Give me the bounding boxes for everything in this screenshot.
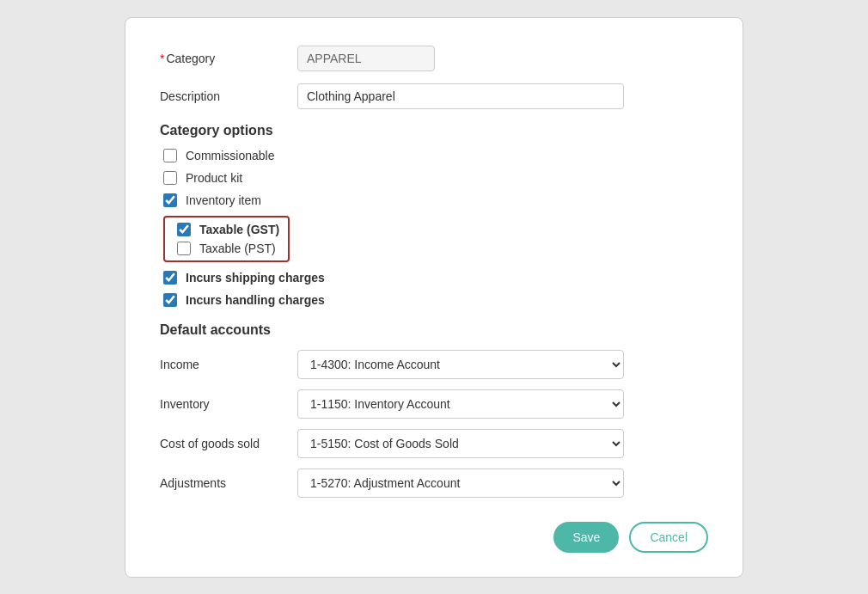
cogs-select[interactable]: 1-5150: Cost of Goods Sold 1-5100: Direc… [297, 429, 624, 458]
taxable-gst-row: Taxable (GST) [177, 223, 279, 236]
adjustments-account-row: Adjustments 1-5270: Adjustment Account 1… [160, 468, 708, 498]
category-label: *Category [160, 52, 297, 65]
inventory-label: Inventory [160, 397, 297, 411]
form-card: *Category Description Category options C… [125, 17, 743, 578]
inventory-item-checkbox[interactable] [163, 193, 177, 207]
taxable-pst-label[interactable]: Taxable (PST) [199, 242, 276, 255]
required-star: * [160, 52, 164, 65]
cogs-label: Cost of goods sold [160, 437, 297, 450]
inventory-select[interactable]: 1-1150: Inventory Account 1-1100: Curren… [297, 389, 624, 419]
incurs-handling-checkbox[interactable] [163, 293, 177, 307]
description-row: Description [160, 83, 708, 109]
taxable-pst-row: Taxable (PST) [177, 242, 279, 255]
taxable-group: Taxable (GST) Taxable (PST) [163, 216, 290, 262]
product-kit-row: Product kit [163, 171, 708, 185]
inventory-account-row: Inventory 1-1150: Inventory Account 1-11… [160, 389, 708, 419]
product-kit-label[interactable]: Product kit [186, 171, 242, 185]
taxable-pst-checkbox[interactable] [177, 242, 191, 255]
cogs-account-row: Cost of goods sold 1-5150: Cost of Goods… [160, 429, 708, 458]
income-account-row: Income 1-4300: Income Account 1-4100: Sa… [160, 350, 708, 379]
commissionable-row: Commissionable [163, 149, 708, 162]
default-accounts-title: Default accounts [160, 322, 708, 338]
category-row: *Category [160, 46, 708, 71]
product-kit-checkbox[interactable] [163, 171, 177, 185]
cancel-button[interactable]: Cancel [629, 522, 708, 553]
description-input[interactable] [297, 83, 624, 109]
taxable-gst-checkbox[interactable] [177, 223, 191, 236]
incurs-shipping-label[interactable]: Incurs shipping charges [186, 271, 325, 285]
incurs-shipping-checkbox[interactable] [163, 271, 177, 285]
taxable-gst-label[interactable]: Taxable (GST) [199, 223, 279, 236]
incurs-shipping-row: Incurs shipping charges [163, 271, 708, 285]
commissionable-label[interactable]: Commissionable [186, 149, 274, 162]
category-options-title: Category options [160, 123, 708, 138]
income-select[interactable]: 1-4300: Income Account 1-4100: Sales Rev… [297, 350, 624, 379]
category-input[interactable] [297, 46, 435, 71]
inventory-item-row: Inventory item [163, 193, 708, 207]
save-button[interactable]: Save [553, 522, 619, 553]
adjustments-label: Adjustments [160, 476, 297, 490]
footer-buttons: Save Cancel [160, 522, 708, 553]
adjustments-select[interactable]: 1-5270: Adjustment Account 1-5250: Write… [297, 468, 624, 498]
commissionable-checkbox[interactable] [163, 149, 177, 162]
income-label: Income [160, 358, 297, 371]
description-label: Description [160, 89, 297, 103]
incurs-handling-label[interactable]: Incurs handling charges [186, 293, 325, 307]
inventory-item-label[interactable]: Inventory item [186, 193, 261, 207]
incurs-handling-row: Incurs handling charges [163, 293, 708, 307]
